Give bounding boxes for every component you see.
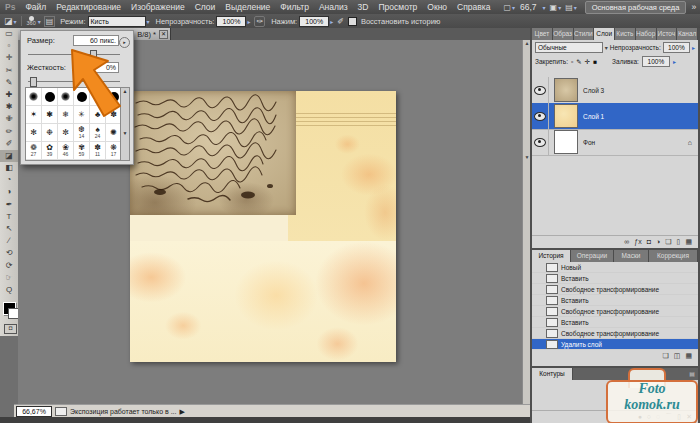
tab-layers[interactable]: Слои [594, 28, 615, 40]
layer-name[interactable]: Слой 3 [583, 87, 604, 94]
tab-history[interactable]: История [532, 250, 571, 262]
stepper-icon[interactable]: ▸ [692, 44, 695, 51]
gradient-tool-button[interactable]: ◧ [0, 162, 18, 174]
brush-preset[interactable] [42, 88, 58, 106]
lock-all-icon[interactable]: ■ [593, 58, 597, 65]
layer-name[interactable]: Слой 1 [583, 113, 604, 120]
layer-group-icon[interactable]: ❏ [665, 238, 671, 246]
window-icon[interactable]: ▢ [503, 3, 511, 12]
brush-preset[interactable]: ❀46 [58, 142, 74, 160]
brush-preset[interactable] [58, 88, 74, 106]
brush-preset[interactable]: ❆14 [74, 124, 90, 142]
scroll-down-icon[interactable]: ▼ [123, 130, 128, 136]
status-zoom-field[interactable]: 66,67% [16, 406, 52, 417]
toggle-brush-panel-icon[interactable]: ▤ [44, 16, 56, 27]
delete-layer-icon[interactable]: ▦ [685, 238, 692, 246]
layer-row-sloy1-selected[interactable]: Слой 1 [532, 103, 698, 130]
document-close-icon[interactable]: ✕ [159, 30, 168, 39]
tab-brush[interactable]: Кисть [615, 28, 636, 40]
status-expand-icon[interactable]: ▶ [180, 408, 185, 416]
eraser-tool-icon[interactable]: ◪ [4, 16, 13, 26]
tab-clone-source[interactable]: Источ [657, 28, 678, 40]
restore-history-checkbox[interactable] [348, 17, 357, 26]
stepper-icon[interactable]: ▸ [673, 58, 676, 65]
brush-size-slider[interactable] [28, 54, 120, 55]
tool-2[interactable]: ✛ [0, 52, 18, 64]
menu-analysis[interactable]: Анализ [314, 2, 353, 12]
layer-thumbnail[interactable] [554, 104, 578, 128]
tab-presets[interactable]: Набор [636, 28, 657, 40]
panel-menu-icon[interactable]: ▤ [689, 368, 698, 380]
brush-preset[interactable]: ❉ [42, 124, 58, 142]
menu-layers[interactable]: Слои [190, 2, 221, 12]
brush-hardness-slider[interactable] [28, 81, 120, 82]
tool-3[interactable]: ✂ [0, 65, 18, 77]
layer-mask-icon[interactable]: ◘ [647, 238, 651, 245]
airbrush-icon[interactable]: ✐ [337, 17, 344, 26]
menu-3d[interactable]: 3D [353, 2, 374, 12]
hardness-slider-thumb[interactable] [30, 77, 37, 87]
lock-transparent-icon[interactable]: ▫ [571, 58, 573, 65]
link-layers-icon[interactable]: ∞ [624, 238, 629, 245]
stepper-icon[interactable]: ▸ [330, 18, 333, 25]
eraser-tool-button[interactable]: ◪ [0, 150, 18, 162]
blur-tool-button[interactable]: ◔ [0, 174, 18, 186]
menu-filter[interactable]: Фильтр [275, 2, 314, 12]
brush-preset[interactable]: ✳ [74, 106, 90, 124]
tab-styles[interactable]: Стили [574, 28, 595, 40]
menu-help[interactable]: Справка [452, 2, 495, 12]
workspace-overflow[interactable]: » [686, 2, 700, 12]
menu-view[interactable]: Просмотр [373, 2, 422, 12]
tool-4[interactable]: ✎ [0, 77, 18, 89]
history-step-selected[interactable]: Удалить слой [532, 339, 698, 350]
lock-position-icon[interactable]: ✛ [585, 58, 590, 66]
brush-grid-scrollbar[interactable]: ▲▼ [120, 87, 130, 161]
tool-9[interactable]: ✐ [0, 138, 18, 150]
brush-preset[interactable]: ✾59 [74, 142, 90, 160]
zoom-level-control[interactable]: 66,7 [515, 2, 542, 12]
scroll-up-icon[interactable]: ▲ [123, 88, 128, 94]
brush-preset[interactable]: ✽11 [90, 142, 106, 160]
history-step[interactable]: Вставить [532, 273, 698, 284]
blend-mode-select[interactable]: Обычные [535, 42, 603, 53]
adjustment-layer-icon[interactable]: ◑ [656, 238, 660, 245]
brush-preset[interactable]: ✼ [58, 124, 74, 142]
new-layer-icon[interactable]: ▯ [677, 238, 681, 246]
layer-row-background[interactable]: Фон ⌂ [532, 129, 698, 156]
quick-mask-button[interactable]: ◘ [4, 324, 17, 334]
fill-path-icon[interactable]: ● [638, 413, 642, 420]
tab-adjustments[interactable]: Коррекция [649, 250, 698, 262]
tab-actions[interactable]: Операции [571, 250, 614, 262]
flow-field[interactable]: 100% [299, 16, 329, 27]
shape-tool-button[interactable]: ∕ [0, 235, 18, 247]
load-path-selection-icon[interactable]: ◌ [656, 413, 660, 420]
history-step[interactable]: Свободное трансформирование [532, 284, 698, 295]
3d-roll-tool-button[interactable]: ⟳ [0, 260, 18, 272]
brush-preset[interactable]: ✿39 [42, 142, 58, 160]
new-document-from-state-icon[interactable]: ❏ [662, 352, 668, 360]
brush-preset[interactable] [74, 88, 90, 106]
brush-preset[interactable]: ❁27 [26, 142, 42, 160]
delete-state-icon[interactable]: ▦ [685, 352, 692, 360]
menu-select[interactable]: Выделение [220, 2, 275, 12]
layers-opacity-field[interactable]: 100% [663, 42, 690, 53]
tab-swatches[interactable]: Образ [553, 28, 574, 40]
layer-row-sloy3[interactable]: Слой 3 [532, 77, 698, 104]
tool-6[interactable]: ✱ [0, 101, 18, 113]
type-tool-button[interactable]: T [0, 211, 18, 223]
tab-masks[interactable]: Маски [614, 250, 649, 262]
brush-preset-preview[interactable]: 360 [27, 16, 36, 26]
tab-channels[interactable]: Канал [677, 28, 698, 40]
fill-field[interactable]: 100% [642, 56, 670, 67]
brush-preset[interactable]: ♠24 [90, 124, 106, 142]
layer-style-icon[interactable]: ƒx [634, 238, 641, 245]
pen-tool-button[interactable]: ✒ [0, 199, 18, 211]
brush-hardness-field[interactable]: 0% [73, 62, 119, 73]
brush-preset[interactable] [26, 88, 42, 106]
3d-rotate-tool-button[interactable]: ⟲ [0, 247, 18, 259]
arrange-documents-icon[interactable]: ▣ [550, 3, 558, 12]
path-mask-icon[interactable]: ⌒ [665, 412, 672, 422]
lock-pixels-icon[interactable]: ✎ [576, 58, 581, 66]
history-step[interactable]: Свободное трансформирование [532, 328, 698, 339]
brush-preset[interactable]: ✻ [26, 124, 42, 142]
